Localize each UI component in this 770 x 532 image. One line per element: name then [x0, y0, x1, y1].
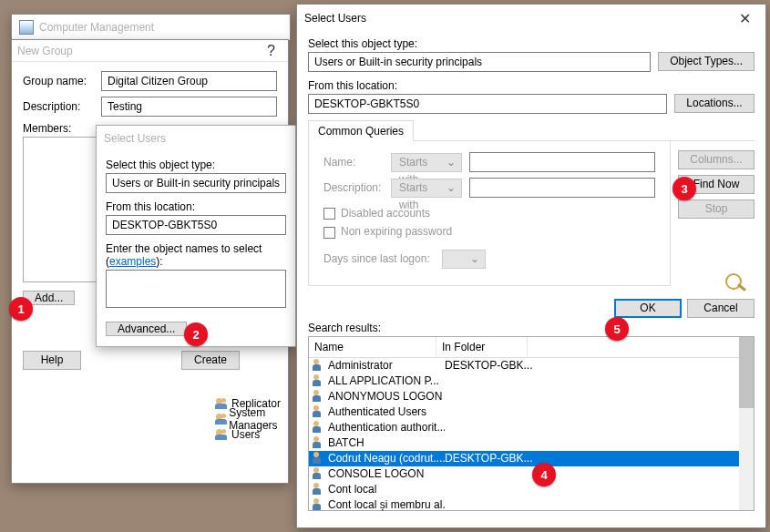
tree-item[interactable]: System Managers	[210, 411, 302, 426]
description-input[interactable]	[101, 97, 277, 117]
result-row[interactable]: Cont local și membru al...	[309, 497, 754, 513]
disabled-checkbox[interactable]	[323, 208, 335, 220]
result-row[interactable]: ANONYMOUS LOGON	[309, 389, 754, 404]
result-row[interactable]: BATCH	[309, 435, 754, 451]
col-folder[interactable]: In Folder	[436, 337, 528, 357]
computer-management-window: Computer Management	[11, 14, 291, 37]
group-icon	[214, 428, 229, 441]
location-input[interactable]	[308, 94, 667, 114]
result-name: CONSOLE LOGON	[328, 467, 445, 480]
select-users-small-title: Select Users	[104, 132, 166, 145]
result-name: BATCH	[328, 436, 445, 449]
days-label: Days since last logon:	[323, 252, 442, 265]
user-icon	[313, 483, 326, 496]
objtype-label: Select this object type:	[308, 37, 755, 50]
create-button[interactable]: Create	[181, 351, 240, 370]
objtype-label: Select this object type:	[106, 159, 286, 171]
annotation-badge-1: 1	[9, 297, 33, 321]
result-name: Authentication authorit...	[328, 421, 445, 434]
help-button[interactable]: Help	[23, 351, 81, 370]
mgmt-title: Computer Management	[39, 21, 154, 34]
result-row[interactable]: Authenticated Users	[309, 404, 754, 420]
mgmt-icon	[19, 20, 34, 35]
result-name: Codrut Neagu (codrut....	[328, 452, 445, 465]
result-folder: DESKTOP-GBK...	[445, 359, 536, 372]
location-label: From this location:	[308, 79, 755, 92]
new-group-title: New Group	[17, 45, 73, 57]
examples-link[interactable]: examples	[109, 255, 156, 268]
help-icon[interactable]: ?	[260, 43, 282, 59]
annotation-badge-5: 5	[605, 317, 629, 341]
user-icon	[313, 359, 326, 372]
results-list: Name In Folder AdministratorDESKTOP-GBK.…	[308, 336, 755, 511]
name-match-select[interactable]: Starts with	[391, 153, 462, 172]
result-row[interactable]: ALL APPLICATION P...	[309, 373, 754, 389]
group-icon	[214, 413, 226, 425]
user-icon	[313, 405, 326, 418]
user-icon	[313, 374, 326, 387]
desc-filter-input[interactable]	[469, 178, 655, 198]
scroll-thumb[interactable]	[739, 337, 754, 408]
object-types-button[interactable]: Object Types...	[658, 52, 755, 71]
select-users-title: Select Users	[304, 12, 366, 25]
groups-tree: Replicator System Managers Users	[210, 395, 302, 442]
close-icon[interactable]: ✕	[732, 10, 758, 27]
col-name[interactable]: Name	[309, 337, 436, 357]
annotation-badge-3: 3	[672, 177, 696, 200]
ok-button[interactable]: OK	[614, 299, 682, 318]
user-icon	[313, 421, 326, 434]
result-name: ALL APPLICATION P...	[328, 374, 445, 387]
advanced-button[interactable]: Advanced...	[106, 322, 187, 336]
columns-button[interactable]: Columns...	[678, 150, 755, 169]
annotation-badge-4: 4	[532, 463, 556, 486]
nonexp-label: Non expiring password	[341, 225, 452, 238]
select-users-large-window: Select Users ✕ Select this object type: …	[296, 4, 766, 528]
objtype-input[interactable]	[308, 52, 651, 72]
results-label: Search results:	[308, 322, 755, 334]
desc-match-select[interactable]: Starts with	[391, 179, 462, 198]
magnifier-icon	[725, 273, 755, 293]
locations-button[interactable]: Locations...	[674, 94, 755, 113]
result-name: Authenticated Users	[328, 405, 445, 418]
stop-button[interactable]: Stop	[678, 200, 755, 219]
result-row[interactable]: Authentication authorit...	[309, 420, 754, 435]
annotation-badge-2: 2	[184, 322, 208, 346]
result-row[interactable]: Codrut Neagu (codrut....DESKTOP-GBK...	[309, 451, 754, 466]
objtype-input[interactable]	[106, 173, 286, 193]
result-name: Cont local	[328, 483, 445, 496]
user-icon	[313, 390, 326, 403]
result-name: Cont local și membru al...	[328, 498, 445, 511]
groupname-input[interactable]	[101, 71, 277, 91]
result-row[interactable]: AdministratorDESKTOP-GBK...	[309, 358, 754, 373]
group-icon	[214, 397, 229, 410]
user-icon	[313, 467, 326, 480]
result-name: Administrator	[328, 359, 445, 372]
location-label: From this location:	[106, 200, 286, 213]
result-row[interactable]: CONSOLE LOGON	[309, 466, 754, 482]
object-names-input[interactable]	[106, 270, 286, 308]
tab-common-queries[interactable]: Common Queries	[308, 120, 414, 141]
user-icon	[313, 498, 326, 511]
name-filter-input[interactable]	[469, 152, 655, 172]
days-select[interactable]	[442, 250, 486, 269]
groupname-label: Group name:	[23, 75, 101, 87]
result-name: ANONYMOUS LOGON	[328, 390, 445, 403]
result-row[interactable]: Cont local	[309, 482, 754, 497]
scrollbar[interactable]	[739, 337, 754, 510]
cancel-button[interactable]: Cancel	[687, 299, 755, 318]
name-label: Name:	[323, 156, 391, 169]
nonexp-checkbox[interactable]	[323, 227, 335, 239]
user-icon	[313, 452, 326, 465]
members-label: Members:	[23, 122, 71, 135]
desc-label: Description:	[323, 181, 391, 194]
result-folder: DESKTOP-GBK...	[445, 452, 536, 465]
user-icon	[313, 436, 326, 449]
location-input[interactable]	[106, 215, 286, 235]
select-users-small-window: Select Users Select this object type: Fr…	[96, 125, 296, 347]
description-label: Description:	[23, 100, 101, 113]
